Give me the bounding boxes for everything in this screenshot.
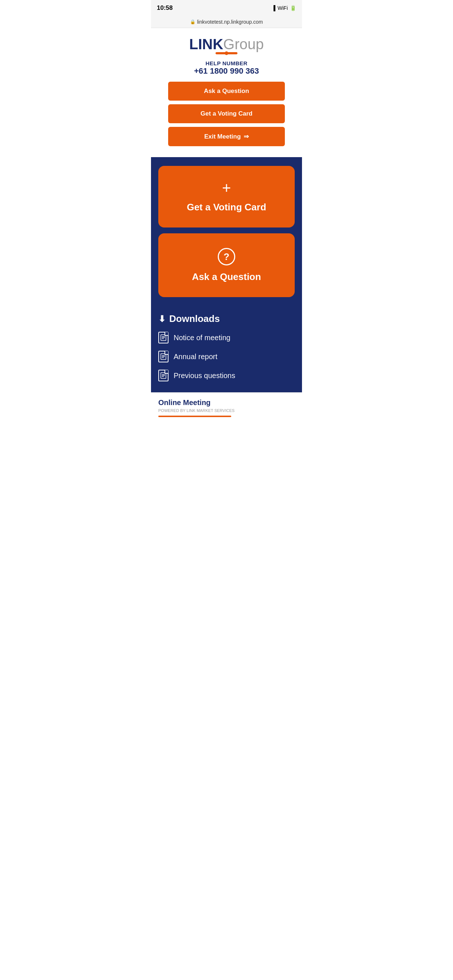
exit-icon: ⇒ xyxy=(244,133,249,140)
signal-icon: ▐ xyxy=(272,5,275,11)
help-label: HELP NUMBER xyxy=(194,60,259,66)
voting-card-card[interactable]: + Get a Voting Card xyxy=(158,166,295,228)
voting-card-label: Get a Voting Card xyxy=(187,202,266,213)
action-buttons: Ask a Question Get a Voting Card Exit Me… xyxy=(168,82,285,146)
logo-container: LINKGroup xyxy=(189,37,264,54)
annual-report-label: Annual report xyxy=(174,353,217,361)
notice-of-meeting-label: Notice of meeting xyxy=(174,334,231,342)
lock-icon: 🔒 xyxy=(190,19,196,24)
logo-group: Group xyxy=(223,36,264,52)
download-list: Notice of meeting Annual report xyxy=(158,332,295,381)
footer-bar xyxy=(158,415,231,417)
previous-questions-label: Previous questions xyxy=(174,372,235,380)
status-time: 10:58 xyxy=(157,5,172,12)
downloads-label: Downloads xyxy=(169,313,220,325)
pdf-icon-2 xyxy=(158,351,169,363)
footer-title: Online Meeting xyxy=(158,398,295,407)
wifi-icon: WiFi xyxy=(278,5,288,11)
download-icon: ⬇ xyxy=(158,314,166,324)
footer-powered: POWERED BY LINK MARKET SERVICES xyxy=(158,408,295,413)
downloads-title: ⬇ Downloads xyxy=(158,313,295,325)
help-section: HELP NUMBER +61 1800 990 363 xyxy=(194,60,259,76)
logo-underline xyxy=(215,52,238,54)
battery-icon: 🔋 xyxy=(290,5,296,11)
question-icon: ? xyxy=(218,248,235,266)
header-section: LINKGroup HELP NUMBER +61 1800 990 363 A… xyxy=(151,28,302,157)
pdf-icon-1 xyxy=(158,332,169,344)
ask-question-card[interactable]: ? Ask a Question xyxy=(158,233,295,297)
pdf-icon-3 xyxy=(158,370,169,381)
exit-meeting-label: Exit Meeting xyxy=(204,133,241,140)
logo-link: LINK xyxy=(189,36,223,52)
notice-of-meeting-link[interactable]: Notice of meeting xyxy=(158,332,295,344)
previous-questions-link[interactable]: Previous questions xyxy=(158,370,295,381)
url-text: linkvotetest.np.linkgroup.com xyxy=(197,19,263,25)
annual-report-link[interactable]: Annual report xyxy=(158,351,295,363)
plus-icon: + xyxy=(222,180,231,196)
status-icons: ▐ WiFi 🔋 xyxy=(272,5,296,11)
browser-url: 🔒 linkvotetest.np.linkgroup.com xyxy=(190,19,263,25)
help-number: +61 1800 990 363 xyxy=(194,66,259,76)
browser-bar: 🔒 linkvotetest.np.linkgroup.com xyxy=(151,16,302,28)
ask-question-button[interactable]: Ask a Question xyxy=(168,82,285,100)
status-bar: 10:58 ▐ WiFi 🔋 xyxy=(151,0,302,16)
footer-section: Online Meeting POWERED BY LINK MARKET SE… xyxy=(151,392,302,420)
dark-section: + Get a Voting Card ? Ask a Question xyxy=(151,157,302,306)
get-voting-card-button[interactable]: Get a Voting Card xyxy=(168,104,285,123)
logo: LINKGroup xyxy=(189,37,264,51)
downloads-section: ⬇ Downloads Notice of meeting xyxy=(151,306,302,392)
ask-question-label: Ask a Question xyxy=(192,271,261,283)
exit-meeting-button[interactable]: Exit Meeting ⇒ xyxy=(168,127,285,146)
